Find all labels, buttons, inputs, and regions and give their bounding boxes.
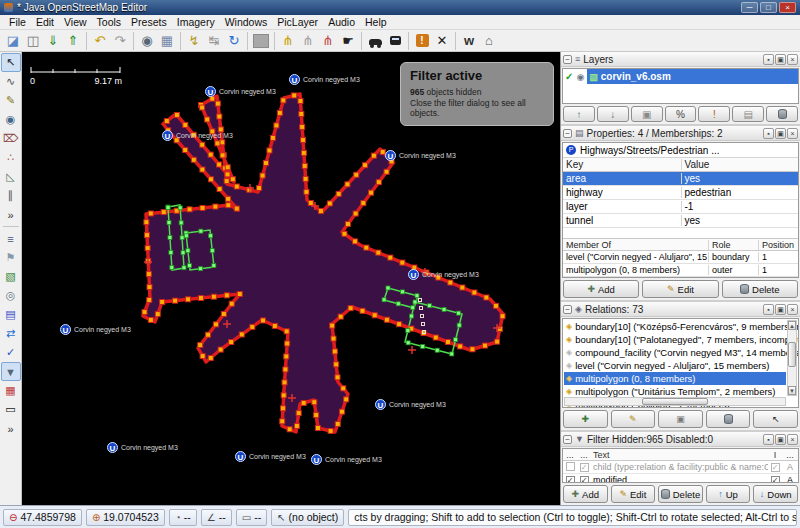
text-column-header[interactable]: Text — [591, 450, 768, 460]
unglue-way-button[interactable]: ↯ — [184, 31, 204, 51]
wms-layer-button[interactable]: w — [459, 31, 479, 51]
properties-edit-button[interactable]: ✎Edit — [642, 280, 718, 298]
scroll-thumb[interactable] — [642, 398, 708, 405]
filter-delete-button[interactable]: Delete — [658, 485, 703, 503]
relation-item[interactable]: ◈compound_facility ("Corvin negyed M3", … — [564, 346, 786, 359]
preset-row[interactable]: P Highways/Streets/Pedestrian ... — [563, 143, 798, 158]
layer-merge-button[interactable]: ▤ — [732, 106, 764, 122]
conflict-toggle[interactable]: ⇄ — [1, 324, 21, 343]
layer-duplicate-button[interactable]: ▣ — [631, 106, 663, 122]
filter-toggle[interactable]: ▼ — [1, 362, 21, 381]
relation-item[interactable]: ◈boundary[10] ("Palotanegyed", 7 members… — [564, 333, 786, 346]
relation-duplicate-button[interactable]: ▣ — [658, 410, 703, 428]
stick-button[interactable]: ▪ — [763, 128, 774, 139]
value-column-header[interactable]: Value — [681, 159, 799, 170]
active-layer-check-icon[interactable]: ✓ — [565, 71, 573, 82]
stick-button[interactable]: ▪ — [763, 434, 774, 445]
tags-toggle[interactable]: ⚑ — [1, 248, 21, 267]
zoom-tool[interactable]: ◉ — [1, 110, 21, 129]
collapse-icon[interactable]: − — [563, 55, 572, 64]
filter-edit-button[interactable]: ✎Edit — [611, 485, 656, 503]
role-column-header[interactable]: Role — [708, 240, 758, 250]
relation-new-button[interactable]: ✚ — [563, 410, 608, 428]
mapstyle-toggle[interactable]: ▤ — [1, 305, 21, 324]
improve-accuracy-tool[interactable]: ∴ — [1, 148, 21, 167]
subway-marker[interactable]: UCorvin negyed M3 — [375, 399, 446, 410]
menu-tools[interactable]: Tools — [92, 16, 127, 28]
hiding-column-header[interactable]: ... — [577, 450, 591, 460]
subway-marker[interactable]: UCorvin negyed M3 — [289, 74, 360, 85]
layer-warning-button[interactable]: ! — [698, 106, 730, 122]
layers-toggle[interactable]: ≡ — [1, 229, 21, 248]
pedestrian-area-way[interactable] — [143, 94, 503, 432]
checkbox[interactable] — [566, 462, 575, 471]
measure-toggle[interactable]: ▭ — [1, 400, 21, 419]
subway-marker[interactable]: UCorvin negyed M3 — [107, 442, 178, 453]
checkbox[interactable] — [580, 476, 589, 483]
properties-add-button[interactable]: ✚Add — [563, 280, 639, 298]
zoom-to-selection-button[interactable]: ◉ — [137, 31, 157, 51]
pedestrian-preset-1-button[interactable]: ⋔ — [278, 31, 298, 51]
checkbox[interactable] — [771, 476, 780, 483]
position-column-header[interactable]: Position — [758, 240, 798, 250]
menu-help[interactable]: Help — [360, 16, 392, 28]
undo-button[interactable]: ↶ — [90, 31, 110, 51]
subway-marker[interactable]: UCorvin negyed M3 — [162, 130, 233, 141]
stick-button[interactable]: ▪ — [763, 304, 774, 315]
layers-panel-header[interactable]: − ≡ Layers ▪ ▣ × — [561, 52, 800, 67]
menu-audio[interactable]: Audio — [323, 16, 360, 28]
subway-marker[interactable]: UCorvin negyed M3 — [311, 454, 382, 465]
filter-row[interactable]: modifiedA — [563, 474, 798, 483]
layer-opacity-button[interactable]: % — [665, 106, 697, 122]
filter-panel-header[interactable]: − ▼ Filter Hidden:965 Disabled:0 ▪ ▣ × — [561, 432, 800, 447]
tag-row[interactable]: tunnelyes — [563, 214, 798, 228]
menu-presets[interactable]: Presets — [126, 16, 172, 28]
menu-file[interactable]: File — [4, 16, 31, 28]
validator-toggle[interactable]: ✓ — [1, 343, 21, 362]
subway-marker[interactable]: UCorvin negyed M3 — [60, 324, 131, 335]
horizontal-scrollbar[interactable] — [564, 397, 786, 406]
pedestrian-preset-3-button[interactable]: ⋔ — [318, 31, 338, 51]
mode-column-header[interactable]: ... — [782, 450, 798, 460]
menu-imagery[interactable]: Imagery — [172, 16, 220, 28]
subway-marker[interactable]: UCorvin negyed M3 — [235, 451, 306, 462]
selection-toggle[interactable]: ◎ — [1, 286, 21, 305]
relation-edit-button[interactable]: ✎ — [611, 410, 656, 428]
inverted-column-header[interactable]: I — [768, 450, 782, 460]
refresh-button[interactable]: ↻ — [224, 31, 244, 51]
detach-button[interactable]: ▣ — [775, 128, 786, 139]
close-panel-button[interactable]: × — [787, 54, 798, 65]
maximize-button[interactable]: □ — [760, 2, 777, 13]
parallel-tool[interactable]: ∥ — [1, 186, 21, 205]
angle-tool[interactable]: ◺ — [1, 167, 21, 186]
checkbox[interactable] — [566, 476, 575, 483]
close-button[interactable]: × — [779, 2, 796, 13]
scroll-up-arrow[interactable]: ▲ — [788, 321, 796, 330]
upload-data-button[interactable]: ⇑ — [63, 31, 83, 51]
close-panel-button[interactable]: × — [787, 434, 798, 445]
collapse-icon[interactable]: − — [563, 435, 572, 444]
filter-up-button[interactable]: ↑Up — [706, 485, 751, 503]
scroll-down-arrow[interactable]: ▼ — [788, 386, 796, 395]
membership-row[interactable]: multipolygon (0, 8 members)outer1 — [563, 264, 798, 277]
key-column-header[interactable]: Key — [563, 159, 681, 170]
close-panel-button[interactable]: × — [787, 128, 798, 139]
relation-item[interactable]: ◈level ("Corvin negyed - Aluljaro", 15 m… — [564, 359, 786, 372]
filter-add-button[interactable]: ✚Add — [563, 485, 608, 503]
layer-delete-button[interactable] — [766, 106, 798, 122]
relation-item[interactable]: ◈multipolygon (0, 8 members) — [564, 372, 786, 385]
tag-row[interactable]: areayes — [563, 172, 798, 186]
pedestrian-preset-2-button[interactable]: ⋔ — [298, 31, 318, 51]
presets-toggle[interactable]: ▧ — [1, 267, 21, 286]
layer-down-button[interactable]: ↓ — [597, 106, 629, 122]
lasso-tool[interactable]: ∿ — [1, 72, 21, 91]
layer-up-button[interactable]: ↑ — [563, 106, 595, 122]
close-panel-button[interactable]: × — [787, 304, 798, 315]
save-button[interactable]: ◫ — [23, 31, 43, 51]
layer-row[interactable]: ✓ ◉ ▧ corvin_v6.osm — [563, 69, 798, 84]
filter-row[interactable]: child (type:relation & facility:public &… — [563, 461, 798, 474]
filter-down-button[interactable]: ↓Down — [753, 485, 798, 503]
tag-row[interactable]: highwaypedestrian — [563, 186, 798, 200]
properties-delete-button[interactable]: Delete — [722, 280, 798, 298]
membership-row[interactable]: level ("Corvin negyed - Aluljaro", 15 me… — [563, 251, 798, 264]
